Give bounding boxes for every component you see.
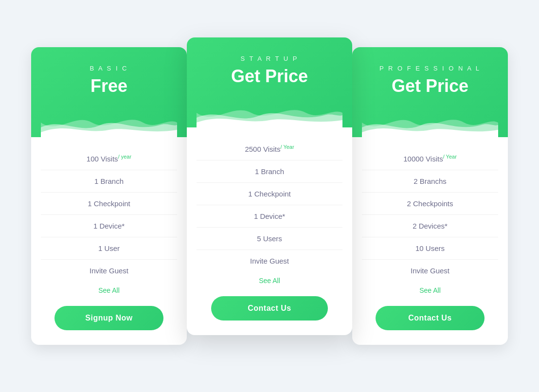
see-all-link-startup[interactable]: See All — [197, 277, 342, 285]
card-body-professional: 10000 Visits/ Year 2 Branchs 2 Checkpoin… — [352, 137, 508, 345]
card-header-professional: P R O F E S S I O N A L Get Price — [352, 47, 508, 137]
feature-item-2-0: 10000 Visits/ Year — [362, 147, 498, 170]
feature-item-2-3: 2 Devices* — [362, 215, 498, 237]
feature-item-2-5: Invite Guest — [362, 260, 498, 282]
feature-text: 1 Checkpoint — [248, 190, 291, 198]
feature-item-0-3: 1 Device* — [41, 215, 177, 237]
plan-price-professional: Get Price — [362, 76, 498, 96]
feature-text: 100 Visits — [87, 155, 118, 163]
feature-text: Invite Guest — [250, 257, 289, 265]
feature-suffix: / Year — [443, 154, 457, 160]
feature-item-0-4: 1 User — [41, 237, 177, 260]
feature-item-1-2: 1 Checkpoint — [197, 183, 342, 205]
see-all-link-professional[interactable]: See All — [362, 286, 498, 294]
card-header-startup: S T A R T U P Get Price — [187, 37, 352, 127]
feature-text: 5 Users — [257, 234, 282, 243]
feature-item-2-2: 2 Checkpoints — [362, 193, 498, 215]
card-body-basic: 100 Visits/ year 1 Branch 1 Checkpoint 1… — [31, 137, 187, 345]
plan-price-startup: Get Price — [197, 66, 342, 87]
feature-text: 2 Devices* — [413, 222, 448, 230]
feature-suffix: / Year — [280, 144, 294, 150]
cta-button-professional[interactable]: Contact Us — [376, 306, 485, 330]
feature-item-2-4: 10 Users — [362, 237, 498, 260]
feature-text: 10000 Visits — [403, 155, 443, 163]
feature-item-1-5: Invite Guest — [197, 250, 342, 272]
plan-name-startup: S T A R T U P — [197, 55, 342, 62]
pricing-container: B A S I C Free 100 Visits/ year 1 Branch — [21, 28, 518, 364]
feature-item-1-4: 5 Users — [197, 228, 342, 250]
feature-item-0-5: Invite Guest — [41, 260, 177, 282]
feature-text: 1 Checkpoint — [88, 199, 130, 208]
feature-item-1-3: 1 Device* — [197, 205, 342, 228]
feature-suffix: / year — [118, 154, 132, 160]
feature-text: 2 Branchs — [413, 177, 447, 185]
cta-button-basic[interactable]: Signup Now — [54, 306, 163, 330]
plan-price-basic: Free — [41, 76, 177, 96]
feature-text: 1 Device* — [254, 212, 285, 220]
card-body-startup: 2500 Visits/ Year 1 Branch 1 Checkpoint … — [187, 127, 352, 335]
cta-button-startup[interactable]: Contact Us — [211, 296, 328, 321]
feature-item-0-1: 1 Branch — [41, 170, 177, 193]
pricing-card-startup: S T A R T U P Get Price 2500 Visits/ Yea… — [187, 37, 352, 335]
feature-item-1-1: 1 Branch — [197, 160, 342, 183]
feature-item-0-2: 1 Checkpoint — [41, 193, 177, 215]
wave-decoration — [362, 108, 498, 137]
see-all-link-basic[interactable]: See All — [41, 286, 177, 294]
wave-decoration — [197, 98, 342, 127]
feature-text: 1 User — [98, 244, 120, 252]
feature-text: 1 Branch — [255, 167, 284, 176]
feature-text: 1 Branch — [94, 177, 124, 185]
feature-text: 2500 Visits — [245, 145, 280, 153]
feature-text: 2 Checkpoints — [407, 199, 453, 208]
feature-text: Invite Guest — [411, 267, 449, 275]
card-header-basic: B A S I C Free — [31, 47, 187, 137]
plan-name-basic: B A S I C — [41, 65, 177, 72]
wave-decoration — [41, 108, 177, 137]
feature-text: 10 Users — [415, 244, 445, 252]
feature-item-0-0: 100 Visits/ year — [41, 147, 177, 170]
feature-item-2-1: 2 Branchs — [362, 170, 498, 193]
feature-item-1-0: 2500 Visits/ Year — [197, 137, 342, 160]
feature-text: Invite Guest — [90, 267, 128, 275]
feature-text: 1 Device* — [93, 222, 125, 230]
pricing-card-basic: B A S I C Free 100 Visits/ year 1 Branch — [31, 47, 187, 345]
plan-name-professional: P R O F E S S I O N A L — [362, 65, 498, 72]
pricing-card-professional: P R O F E S S I O N A L Get Price 10000 … — [352, 47, 508, 345]
